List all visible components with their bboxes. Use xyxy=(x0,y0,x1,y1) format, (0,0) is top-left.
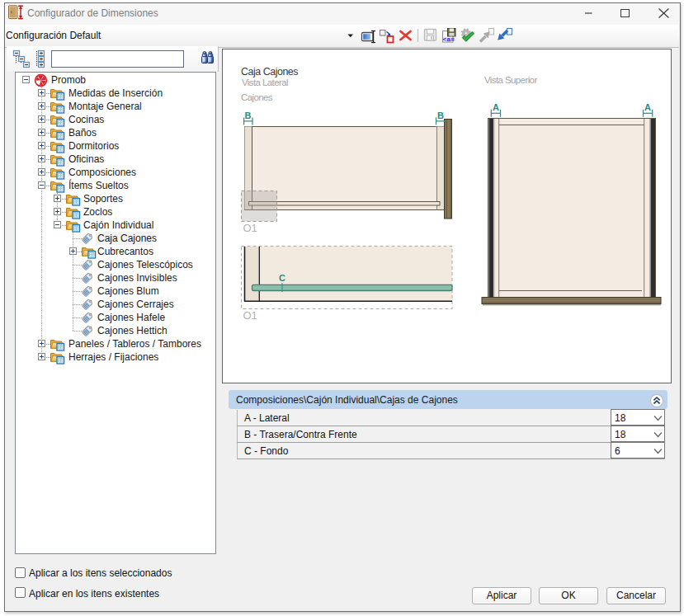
svg-text:A: A xyxy=(644,102,651,112)
svg-text:O1: O1 xyxy=(243,309,257,322)
svg-text:C: C xyxy=(279,273,285,283)
svg-text:B: B xyxy=(245,111,252,120)
svg-text:B: B xyxy=(437,111,444,120)
svg-text:O1: O1 xyxy=(243,222,257,234)
svg-text:A: A xyxy=(493,102,499,112)
